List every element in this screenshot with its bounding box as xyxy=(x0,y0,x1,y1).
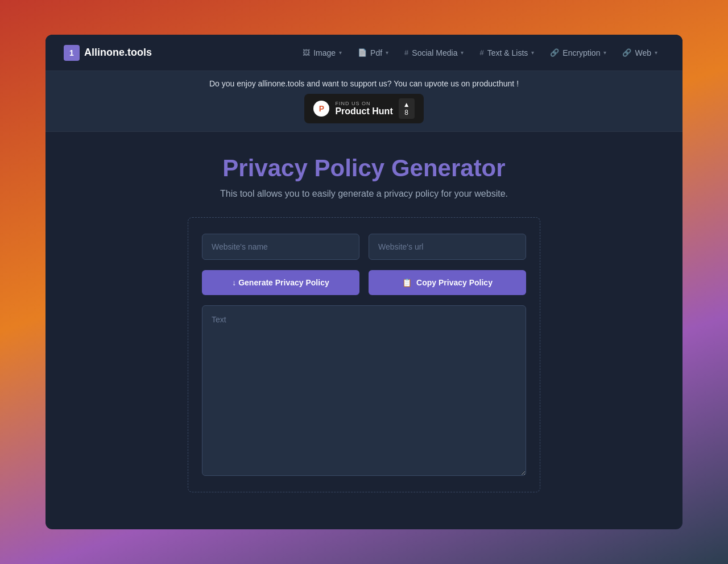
chevron-down-icon: ▾ xyxy=(339,49,342,56)
copy-icon: 📋 xyxy=(402,278,412,287)
copy-button-label: Copy Privacy Policy xyxy=(416,278,493,287)
product-hunt-logo: P xyxy=(313,101,329,117)
button-row: ↓ Generate Privacy Policy 📋 Copy Privacy… xyxy=(202,270,526,295)
nav-label-pdf: Pdf xyxy=(370,48,382,57)
chevron-down-icon: ▾ xyxy=(655,49,657,56)
nav-label-image: Image xyxy=(313,48,336,57)
nav-item-image[interactable]: 🖼 Image ▾ xyxy=(296,44,349,62)
nav-label-social-media: Social Media xyxy=(412,48,457,57)
banner: Do you enjoy allinone.tools and want to … xyxy=(46,71,682,132)
nav-label-text-lists: Text & Lists xyxy=(487,48,528,57)
vote-count: 8 xyxy=(404,109,408,117)
product-hunt-votes: ▲ 8 xyxy=(399,98,415,119)
nav-label-encryption: Encryption xyxy=(562,48,600,57)
input-row xyxy=(202,234,526,260)
nav-item-social-media[interactable]: # Social Media ▾ xyxy=(398,44,470,62)
nav-items: 🖼 Image ▾ 📄 Pdf ▾ # Social Media ▾ # Tex… xyxy=(179,44,664,62)
main-content: Privacy Policy Generator This tool allow… xyxy=(46,132,682,529)
chevron-down-icon: ▾ xyxy=(531,49,534,56)
website-url-input[interactable] xyxy=(369,234,526,260)
logo-text: Allinone.tools xyxy=(84,47,152,59)
nav-item-web[interactable]: 🔗 Web ▾ xyxy=(615,44,664,62)
nav-item-pdf[interactable]: 📄 Pdf ▾ xyxy=(351,44,395,62)
generate-button[interactable]: ↓ Generate Privacy Policy xyxy=(202,270,359,295)
logo-icon: 1 xyxy=(64,45,80,61)
tool-container: ↓ Generate Privacy Policy 📋 Copy Privacy… xyxy=(188,217,540,492)
generate-button-label: ↓ Generate Privacy Policy xyxy=(232,278,329,287)
navbar: 1 Allinone.tools 🖼 Image ▾ 📄 Pdf ▾ # Soc… xyxy=(46,35,682,71)
chevron-down-icon: ▾ xyxy=(386,49,388,56)
web-icon: 🔗 xyxy=(622,48,631,57)
text-lists-icon: # xyxy=(479,48,483,57)
product-hunt-badge[interactable]: P FIND US ON Product Hunt ▲ 8 xyxy=(304,94,423,123)
app-window: 1 Allinone.tools 🖼 Image ▾ 📄 Pdf ▾ # Soc… xyxy=(46,35,682,529)
output-textarea[interactable] xyxy=(202,305,526,476)
nav-item-encryption[interactable]: 🔗 Encryption ▾ xyxy=(543,44,613,62)
product-hunt-name: Product Hunt xyxy=(335,106,392,117)
image-icon: 🖼 xyxy=(303,48,310,57)
copy-button[interactable]: 📋 Copy Privacy Policy xyxy=(369,270,526,295)
social-media-icon: # xyxy=(404,48,408,57)
chevron-down-icon: ▾ xyxy=(461,49,464,56)
nav-item-text-lists[interactable]: # Text & Lists ▾ xyxy=(473,44,541,62)
vote-arrow: ▲ xyxy=(403,101,410,109)
product-hunt-text: FIND US ON Product Hunt xyxy=(335,101,392,117)
page-title: Privacy Policy Generator xyxy=(222,155,505,182)
encryption-icon: 🔗 xyxy=(550,48,559,57)
find-us-label: FIND US ON xyxy=(335,101,392,106)
nav-label-web: Web xyxy=(635,48,651,57)
banner-text: Do you enjoy allinone.tools and want to … xyxy=(209,79,519,88)
page-subtitle: This tool allows you to easily generate … xyxy=(220,189,508,199)
chevron-down-icon: ▾ xyxy=(603,49,606,56)
website-name-input[interactable] xyxy=(202,234,359,260)
logo[interactable]: 1 Allinone.tools xyxy=(64,45,152,61)
pdf-icon: 📄 xyxy=(358,48,367,57)
